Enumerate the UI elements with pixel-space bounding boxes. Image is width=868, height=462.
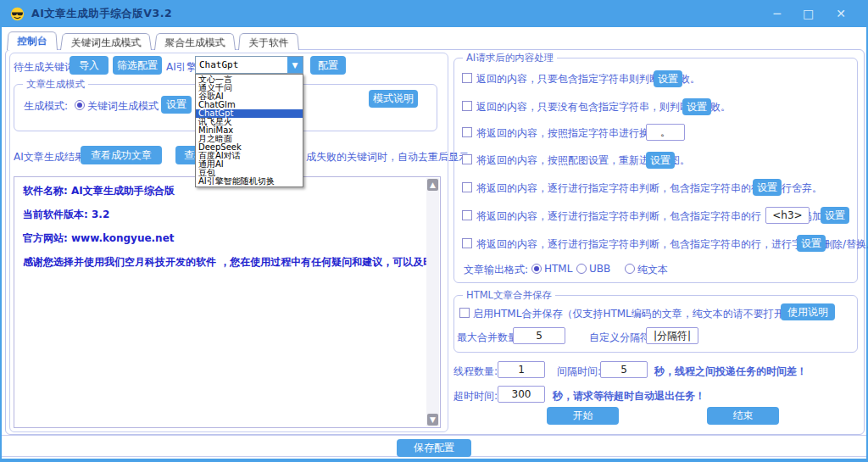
start-button[interactable]: 开始 [547,407,619,425]
info-textarea[interactable]: 软件名称: AI文章生成助手综合版 当前软件版本: 3.2 官方网站: www.… [14,176,441,428]
linebreak-checkbox[interactable] [462,127,472,137]
bold-line-checkbox[interactable] [462,210,472,220]
bold-line-settings-button[interactable]: 设置 [821,207,849,224]
window-title: AI文章生成助手综合版V3.2 [31,7,172,21]
engine-option[interactable]: AI引擎智能随机切换 [196,177,303,186]
separator-label: 自定义分隔符: [589,331,654,345]
scroll-up-icon[interactable]: ▲ [427,179,438,191]
mode-label: 生成模式: [24,99,68,114]
fail-contains-settings-button[interactable]: 设置 [654,70,682,87]
keywords-label: 待生成关键词: [14,60,78,75]
replace-line-checkbox[interactable] [462,238,472,248]
format-ubb-label: UBB [589,263,610,275]
fail-not-contains-settings-button[interactable]: 设置 [682,98,711,115]
app-window: AI文章生成助手综合版V3.2 ─ □ ✕ 控制台 关键词生成模式 聚合生成模式… [0,0,868,462]
reimage-checkbox[interactable] [462,154,472,164]
minimize-icon[interactable]: ─ [774,8,781,19]
keyword-mode-radio-label: 关键词生成模式 [87,99,159,114]
info-text: 软件名称: AI文章生成助手综合版 当前软件版本: 3.2 官方网站: www.… [14,177,426,427]
generation-mode-group-title: 文章生成模式 [23,78,88,91]
merge-help-button[interactable]: 使用说明 [781,303,835,320]
interval-label: 间隔时间: [557,365,601,379]
mode-help-button[interactable]: 模式说明 [369,90,418,108]
merge-save-group-title: HTML文章合并保存 [463,289,555,302]
scroll-down-icon[interactable]: ▼ [427,414,438,426]
format-text-label: 纯文本 [637,263,668,277]
engine-config-button[interactable]: 配置 [310,56,346,75]
timeout-input[interactable] [498,386,545,403]
chevron-down-icon[interactable]: ▼ [287,57,303,73]
filter-config-button[interactable]: 筛选配置 [113,56,162,75]
info-line-2: 当前软件版本: 3.2 [23,208,418,222]
interval-note: 秒，线程之间投递任务的时间差！ [654,365,807,379]
maximize-icon[interactable]: □ [803,8,814,19]
title-bar: AI文章生成助手综合版V3.2 ─ □ ✕ [2,0,866,27]
reimage-settings-button[interactable]: 设置 [646,152,675,169]
view-success-button[interactable]: 查看成功文章 [81,146,162,164]
linebreak-string-input[interactable] [646,124,685,141]
format-ubb-radio[interactable] [576,264,587,274]
enable-merge-label: 启用HTML合并保存（仅支持HTML编码的文章，纯文本的请不要打开此功能） [473,307,825,321]
discard-line-settings-button[interactable]: 设置 [753,179,782,196]
timeout-label: 超时时间: [453,389,498,404]
mode-settings-button[interactable]: 设置 [161,96,192,114]
vertical-scrollbar[interactable]: ▲ ▼ [426,178,439,426]
tab-about[interactable]: 关于软件 [238,33,299,50]
info-line-4: 感谢您选择并使用我们空月科技开发的软件 ，您在使用过程中有任何疑问和建议，可以及… [23,255,418,270]
format-html-radio[interactable] [531,264,542,274]
ai-engine-selected-value: ChatGpt [196,57,287,73]
import-button[interactable]: 导入 [70,56,108,75]
interval-input[interactable] [600,361,648,378]
format-text-radio[interactable] [625,264,635,274]
ai-engine-select[interactable]: ChatGpt ▼ [195,56,303,74]
bold-tag-input[interactable] [765,207,810,224]
tab-keyword-mode[interactable]: 关键词生成模式 [60,33,152,50]
replace-line-settings-button[interactable]: 设置 [797,235,826,252]
tab-aggregate-mode[interactable]: 聚合生成模式 [154,33,236,50]
enable-merge-checkbox[interactable] [459,308,470,318]
result-note: 成失败的关键词时，自动去重后显示 [306,150,469,164]
timeout-note: 秒，请求等待超时自动退出任务！ [553,389,705,404]
info-line-3: 官方网站: www.kongyue.net [23,231,418,246]
content-processing-group-title: AI请求后的内容处理 [463,52,557,64]
ai-engine-dropdown-list: 文心一言 通义千问 谷歌AI ChatGlm ChatGpt 讯飞星火 Mini… [195,74,303,187]
fail-contains-checkbox[interactable] [462,73,472,83]
thread-count-label: 线程数量: [453,365,498,379]
tab-bar: 控制台 关键词生成模式 聚合生成模式 关于软件 [7,31,302,50]
max-merge-label: 最大合并数量: [457,331,521,345]
result-label: AI文章生成结果: [14,150,88,164]
fail-not-contains-checkbox[interactable] [462,101,472,111]
save-config-button[interactable]: 保存配置 [397,439,471,457]
thread-count-input[interactable] [498,361,545,378]
discard-line-checkbox[interactable] [462,182,472,192]
format-html-label: HTML [544,263,572,275]
keyword-mode-radio[interactable] [75,100,85,110]
close-icon[interactable]: ✕ [836,8,846,19]
tab-console[interactable]: 控制台 [7,31,58,50]
stop-button[interactable]: 结束 [707,407,779,425]
app-logo-icon [10,7,25,21]
separator-input[interactable] [646,327,698,344]
max-merge-input[interactable] [513,327,565,344]
output-format-label: 文章输出格式: [464,263,528,277]
